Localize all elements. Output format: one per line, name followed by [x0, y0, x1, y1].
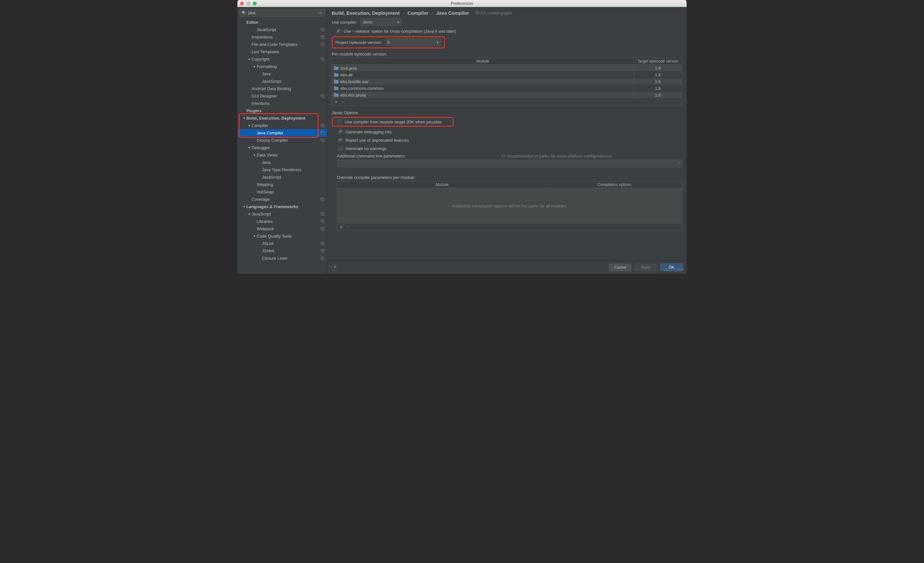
sidebar-item-label: Inspections	[252, 34, 321, 39]
sidebar-item[interactable]: ▼JavaScript	[237, 210, 327, 218]
use-compiler-select[interactable]: Javac ▼	[360, 18, 402, 26]
tree-arrow-icon[interactable]: ▼	[252, 65, 256, 68]
main-split: 🔍 ⊗ ▼EditorJavaScriptInspectionsFile and…	[237, 7, 687, 274]
add-button[interactable]: +	[340, 225, 343, 229]
sidebar-item[interactable]: Stepping	[237, 181, 327, 188]
sidebar-item[interactable]: ▼Copyright	[237, 55, 327, 63]
sidebar-item-label: JavaScript	[252, 212, 321, 216]
sidebar-item[interactable]: File and Code Templates	[237, 41, 327, 48]
sidebar-item[interactable]: Libraries	[237, 218, 327, 225]
target-column-header[interactable]: Target bytecode version	[634, 59, 682, 63]
sidebar-item[interactable]: ▼Editor	[237, 19, 327, 26]
sidebar-item[interactable]: ▼Data Views	[237, 151, 327, 159]
deprecated-row: Report use of deprecated features	[332, 137, 682, 143]
sidebar-item[interactable]: Java Compiler	[237, 129, 327, 136]
tree-arrow-icon[interactable]: ▼	[247, 213, 252, 216]
sidebar-item[interactable]: ▼Languages & Frameworks	[237, 203, 327, 210]
sidebar-item[interactable]: JSHint	[237, 247, 327, 255]
breadcrumb-part[interactable]: Build, Execution, Deployment	[332, 10, 400, 16]
target-bytecode-cell[interactable]: 1.6	[634, 86, 682, 91]
nowarn-label[interactable]: Generate no warnings	[345, 146, 387, 151]
override-options-header[interactable]: Compilation options	[547, 183, 682, 187]
table-row[interactable]: ebs.bundle.war1.6	[332, 78, 682, 85]
table-row[interactable]: ebs.commons.common1.6	[332, 85, 682, 92]
use-jdk-compiler-checkbox[interactable]	[337, 120, 342, 124]
nowarn-checkbox[interactable]	[338, 146, 343, 151]
remove-button[interactable]: −	[346, 225, 350, 229]
override-module-header[interactable]: Module	[337, 183, 547, 187]
table-row[interactable]: cool.java1.8	[332, 65, 682, 72]
table-row[interactable]: ebs.ecs.proxy1.6	[332, 92, 682, 99]
generate-debug-label[interactable]: Generate debugging info	[345, 130, 392, 134]
svg-rect-17	[322, 198, 324, 201]
tree-arrow-icon[interactable]: ▼	[252, 154, 256, 157]
sidebar-item[interactable]: HotSwap	[237, 188, 327, 196]
sidebar-item[interactable]: Webpack	[237, 225, 327, 232]
sidebar-item[interactable]: Android Data Binding	[237, 85, 327, 92]
sidebar-item[interactable]: ▼Debugger	[237, 144, 327, 151]
target-bytecode-cell[interactable]: 1.6	[634, 93, 682, 97]
tree-arrow-icon[interactable]: ▼	[247, 58, 252, 61]
addl-params-input[interactable]: ⤢	[337, 160, 682, 167]
use-release-checkbox[interactable]	[336, 29, 341, 33]
sidebar-item[interactable]: Java Type Renderers	[237, 166, 327, 174]
settings-tree[interactable]: ▼EditorJavaScriptInspectionsFile and Cod…	[237, 19, 327, 274]
tree-arrow-icon[interactable]: ▼	[247, 146, 252, 150]
sidebar-item[interactable]: ▼Compiler	[237, 122, 327, 129]
svg-rect-27	[322, 250, 324, 252]
sidebar-item-label: Libraries	[256, 219, 321, 224]
table-row[interactable]: ebs.all1.6	[332, 72, 682, 78]
sidebar-item[interactable]: ▼Plugins	[237, 107, 327, 114]
breadcrumb-part[interactable]: Compiler	[408, 10, 428, 16]
module-folder-icon	[334, 93, 339, 97]
sidebar-item[interactable]: Closure Linter	[237, 255, 327, 262]
sidebar-item[interactable]: JavaScript	[237, 174, 327, 181]
highlight-annotation-jdk-compiler: Use compiler from module target JDK when…	[332, 117, 454, 127]
tree-arrow-icon[interactable]: ▼	[242, 205, 246, 208]
tree-arrow-icon[interactable]: ▼	[247, 124, 252, 127]
sidebar-item-label: JSLint	[262, 241, 321, 246]
target-bytecode-cell[interactable]: 1.6	[634, 79, 682, 84]
sidebar-item[interactable]: ▼Formatting	[237, 63, 327, 70]
apply-button[interactable]: Apply	[634, 264, 657, 271]
project-bytecode-select[interactable]: 8 ▼	[386, 39, 441, 46]
sidebar-item-label: Editor	[246, 20, 325, 25]
sidebar-item-label: JavaScript	[256, 27, 321, 32]
deprecated-checkbox[interactable]	[338, 138, 343, 142]
sidebar-item[interactable]: Live Templates	[237, 48, 327, 55]
sidebar-item[interactable]: JSLint	[237, 240, 327, 247]
sidebar-item[interactable]: ▼Code Quality Tools	[237, 232, 327, 240]
remove-button[interactable]: −	[341, 100, 344, 104]
cancel-button[interactable]: Cancel	[609, 264, 632, 271]
target-bytecode-cell[interactable]: 1.8	[634, 66, 682, 70]
help-button[interactable]: ?	[331, 264, 338, 271]
module-name: ebs.bundle.war	[340, 79, 369, 84]
target-bytecode-cell[interactable]: 1.6	[634, 72, 682, 77]
use-release-label[interactable]: Use '--release' option for cross-compila…	[344, 29, 456, 34]
clear-search-icon[interactable]: ⊗	[319, 10, 323, 15]
expand-icon[interactable]: ⤢	[678, 161, 681, 165]
sidebar-item[interactable]: JavaScript	[237, 78, 327, 85]
highlight-annotation-bytecode: Project bytecode version: 8 ▼	[332, 36, 445, 48]
search-input[interactable]	[248, 10, 319, 15]
tree-arrow-icon[interactable]: ▼	[252, 235, 256, 238]
use-jdk-compiler-label[interactable]: Use compiler from module target JDK when…	[345, 120, 442, 124]
sidebar-item[interactable]: GUI Designer	[237, 92, 327, 100]
sidebar-item[interactable]: Java	[237, 70, 327, 78]
tree-arrow-icon[interactable]: ▼	[242, 117, 246, 120]
svg-rect-29	[322, 258, 324, 260]
sidebar-item[interactable]: Java	[237, 159, 327, 166]
generate-debug-checkbox[interactable]	[338, 130, 343, 134]
search-input-wrapper[interactable]: 🔍 ⊗	[239, 9, 325, 16]
sidebar-item[interactable]: Coverage	[237, 196, 327, 203]
sidebar-item[interactable]: JavaScript	[237, 26, 327, 33]
content-scroll: Build, Execution, Deployment › Compiler …	[327, 7, 687, 261]
sidebar-item[interactable]: Groovy Compiler	[237, 136, 327, 144]
add-button[interactable]: +	[334, 100, 338, 104]
sidebar-item[interactable]: Inspections	[237, 33, 327, 41]
svg-rect-39	[334, 79, 336, 81]
module-column-header[interactable]: Module	[332, 59, 634, 63]
sidebar-item[interactable]: Intentions	[237, 100, 327, 107]
deprecated-label[interactable]: Report use of deprecated features	[345, 138, 409, 143]
sidebar-item[interactable]: ▼Build, Execution, Deployment	[237, 114, 327, 122]
